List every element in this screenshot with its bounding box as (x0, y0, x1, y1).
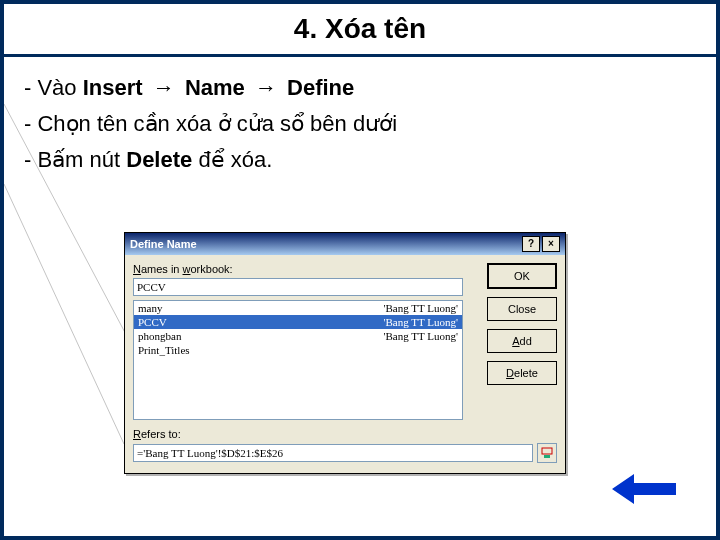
svg-rect-3 (544, 455, 550, 458)
step-2: - Chọn tên cần xóa ở cửa sổ bên dưới (24, 111, 696, 137)
close-icon[interactable]: × (542, 236, 560, 252)
step3-prefix: - Bấm nút (24, 147, 126, 172)
arrow-icon: → (153, 75, 175, 100)
list-item[interactable]: PCCV'Bang TT Luong' (134, 315, 462, 329)
delete-button[interactable]: Delete (487, 361, 557, 385)
prev-arrow-icon[interactable] (612, 474, 676, 508)
dialog-title-text: Define Name (130, 238, 197, 250)
range-picker-button[interactable] (537, 443, 557, 463)
step3-suffix: để xóa. (192, 147, 272, 172)
menu-name: Name (185, 75, 245, 100)
svg-marker-4 (612, 474, 676, 504)
ok-button[interactable]: OK (487, 263, 557, 289)
refers-label: Refers to: (133, 428, 557, 440)
content-area: - Vào Insert → Name → Define - Chọn tên … (4, 57, 716, 191)
list-item[interactable]: Print_Titles (134, 343, 462, 357)
names-list[interactable]: many'Bang TT Luong' PCCV'Bang TT Luong' … (133, 300, 463, 420)
step1-prefix: - Vào (24, 75, 83, 100)
help-button[interactable]: ? (522, 236, 540, 252)
add-button[interactable]: Add (487, 329, 557, 353)
menu-insert: Insert (83, 75, 143, 100)
arrow-icon: → (255, 75, 277, 100)
menu-define: Define (287, 75, 354, 100)
delete-keyword: Delete (126, 147, 192, 172)
list-item[interactable]: many'Bang TT Luong' (134, 301, 462, 315)
slide: 4. Xóa tên - Vào Insert → Name → Define … (0, 0, 720, 540)
refers-input[interactable] (133, 444, 533, 462)
list-item[interactable]: phongban'Bang TT Luong' (134, 329, 462, 343)
title-bar: 4. Xóa tên (4, 4, 716, 57)
dialog-titlebar: Define Name ? × (125, 233, 565, 255)
svg-rect-2 (542, 448, 552, 454)
step-1: - Vào Insert → Name → Define (24, 75, 696, 101)
names-label: Names in workbook: (133, 263, 475, 275)
step-3: - Bấm nút Delete để xóa. (24, 147, 696, 173)
svg-line-1 (4, 184, 124, 444)
close-button[interactable]: Close (487, 297, 557, 321)
name-input[interactable] (133, 278, 463, 296)
define-name-dialog: Define Name ? × Names in workbook: many'… (124, 232, 566, 474)
slide-title: 4. Xóa tên (294, 13, 426, 45)
